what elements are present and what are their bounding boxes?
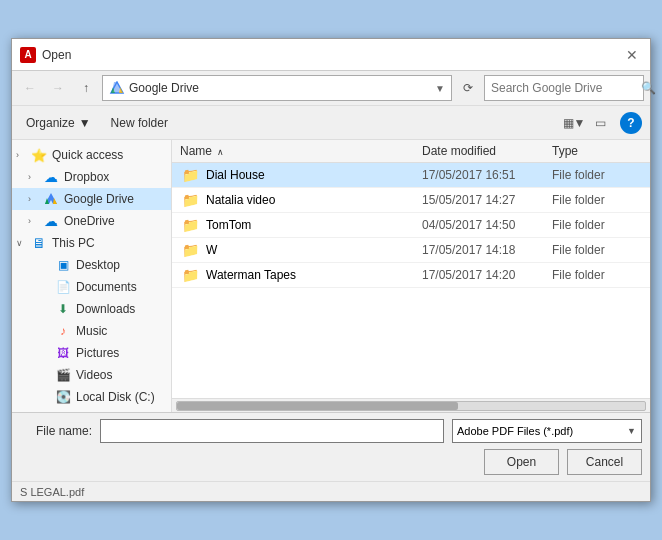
status-bar: S LEGAL.pdf [12,481,650,501]
sidebar-label-music: Music [76,324,107,338]
sidebar-item-videos[interactable]: 🎬 Videos [12,364,171,386]
open-dialog: A Open ✕ ← → ↑ Google Drive ▼ ⟳ [11,38,651,502]
title-bar: A Open ✕ [12,39,650,71]
folder-icon: 📁 [180,217,200,233]
sidebar-label-onedrive: OneDrive [64,214,115,228]
sidebar-item-this-pc[interactable]: ∨ 🖥 This PC [12,232,171,254]
filetype-wrapper: Adobe PDF Files (*.pdf) [452,419,642,443]
search-bar[interactable]: 🔍 [484,75,644,101]
sidebar-label-videos: Videos [76,368,112,382]
videos-icon: 🎬 [54,367,72,383]
sidebar-item-quick-access[interactable]: › ⭐ Quick access [12,144,171,166]
search-input[interactable] [491,81,641,95]
expand-arrow: ∨ [16,238,28,248]
table-row[interactable]: 📁 TomTom 04/05/2017 14:50 File folder [172,213,650,238]
file-name: Dial House [206,168,422,182]
refresh-button[interactable]: ⟳ [456,76,480,100]
expand-arrow: › [28,194,40,204]
pictures-icon: 🖼 [54,345,72,361]
file-name: Waterman Tapes [206,268,422,282]
expand-arrow: › [28,216,40,226]
toolbar: Organize ▼ New folder ▦ ▼ ▭ ? [12,106,650,140]
sidebar-item-onedrive[interactable]: › ☁ OneDrive [12,210,171,232]
file-date: 15/05/2017 14:27 [422,193,552,207]
sidebar-label-local-disk: Local Disk (C:) [76,390,155,404]
folder-icon: 📁 [180,267,200,283]
sidebar-item-local-disk[interactable]: 💽 Local Disk (C:) [12,386,171,408]
sidebar-item-google-drive[interactable]: › Google Drive [12,188,171,210]
cancel-button[interactable]: Cancel [567,449,642,475]
file-pane: Name ∧ Date modified Type 📁 Dial House 1… [172,140,650,412]
music-icon: ♪ [54,323,72,339]
main-content: › ⭐ Quick access › ☁ Dropbox › [12,140,650,412]
pane-button[interactable]: ▭ [588,112,612,134]
sort-arrow: ∧ [217,147,224,157]
file-type: File folder [552,268,642,282]
file-date: 17/05/2017 14:18 [422,243,552,257]
status-text: S LEGAL.pdf [20,486,84,498]
forward-button[interactable]: → [46,76,70,100]
scrollbar-thumb[interactable] [177,402,458,410]
file-type: File folder [552,168,642,182]
sidebar-label-downloads: Downloads [76,302,135,316]
file-date: 17/05/2017 14:20 [422,268,552,282]
expand-arrow: › [28,172,40,182]
col-date-header[interactable]: Date modified [422,144,552,158]
table-row[interactable]: 📁 Natalia video 15/05/2017 14:27 File fo… [172,188,650,213]
sidebar-item-desktop[interactable]: ▣ Desktop [12,254,171,276]
back-button[interactable]: ← [18,76,42,100]
address-bar[interactable]: Google Drive ▼ [102,75,452,101]
sidebar-item-documents[interactable]: 📄 Documents [12,276,171,298]
scrollbar-track[interactable] [176,401,646,411]
help-button[interactable]: ? [620,112,642,134]
sidebar-label-documents: Documents [76,280,137,294]
open-button[interactable]: Open [484,449,559,475]
sidebar-item-music[interactable]: ♪ Music [12,320,171,342]
file-list: 📁 Dial House 17/05/2017 16:51 File folde… [172,163,650,398]
filetype-select[interactable]: Adobe PDF Files (*.pdf) [452,419,642,443]
bottom-bar: File name: Adobe PDF Files (*.pdf) Open … [12,412,650,481]
sidebar-label-this-pc: This PC [52,236,95,250]
sidebar-item-dropbox[interactable]: › ☁ Dropbox [12,166,171,188]
up-button[interactable]: ↑ [74,76,98,100]
sidebar-item-downloads[interactable]: ⬇ Downloads [12,298,171,320]
view-options: ▦ ▼ ▭ [562,112,612,134]
documents-icon: 📄 [54,279,72,295]
desktop-icon: ▣ [54,257,72,273]
filename-input[interactable] [100,419,444,443]
file-type: File folder [552,218,642,232]
sidebar-label-google-drive: Google Drive [64,192,134,206]
file-name: Natalia video [206,193,422,207]
onedrive-icon: ☁ [42,213,60,229]
file-type: File folder [552,243,642,257]
sidebar-label-dropbox: Dropbox [64,170,109,184]
title-bar-left: A Open [20,47,71,63]
file-name: TomTom [206,218,422,232]
filename-row: File name: Adobe PDF Files (*.pdf) [20,419,642,443]
address-text: Google Drive [129,81,431,95]
new-folder-button[interactable]: New folder [105,114,174,132]
sidebar-label-pictures: Pictures [76,346,119,360]
sidebar-item-pictures[interactable]: 🖼 Pictures [12,342,171,364]
search-icon: 🔍 [641,81,656,95]
this-pc-icon: 🖥 [30,235,48,251]
col-type-header[interactable]: Type [552,144,642,158]
sidebar-label-quick-access: Quick access [52,148,123,162]
organize-button[interactable]: Organize ▼ [20,114,97,132]
address-dropdown-arrow[interactable]: ▼ [435,83,445,94]
table-row[interactable]: 📁 W 17/05/2017 14:18 File folder [172,238,650,263]
table-row[interactable]: 📁 Waterman Tapes 17/05/2017 14:20 File f… [172,263,650,288]
dropbox-icon: ☁ [42,169,60,185]
table-row[interactable]: 📁 Dial House 17/05/2017 16:51 File folde… [172,163,650,188]
filename-label: File name: [20,424,92,438]
horizontal-scrollbar[interactable] [172,398,650,412]
expand-arrow: › [16,150,28,160]
view-icon-button[interactable]: ▦ ▼ [562,112,586,134]
col-name-header[interactable]: Name ∧ [180,144,422,158]
app-icon: A [20,47,36,63]
file-name: W [206,243,422,257]
nav-bar: ← → ↑ Google Drive ▼ ⟳ 🔍 [12,71,650,106]
close-button[interactable]: ✕ [622,45,642,65]
google-drive-icon [42,191,60,207]
file-date: 04/05/2017 14:50 [422,218,552,232]
